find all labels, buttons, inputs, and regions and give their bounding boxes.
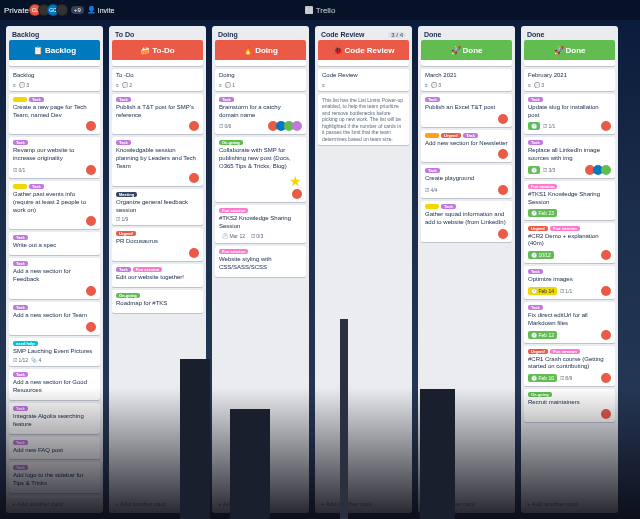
card[interactable]: Urgent!Fun session#CR1 Crash course (Get… <box>524 346 615 387</box>
member-avatar[interactable] <box>292 189 302 199</box>
label[interactable]: Task <box>116 267 131 272</box>
card[interactable]: TaskAdd new FAQ post <box>9 437 100 460</box>
label[interactable]: Task <box>13 305 28 310</box>
add-card-button[interactable]: + Add another card <box>524 498 615 510</box>
card-members[interactable] <box>191 173 199 183</box>
member-avatar[interactable] <box>498 114 508 124</box>
member-avatar[interactable] <box>86 216 96 226</box>
card[interactable]: TaskReplace all LinkedIn image sources w… <box>524 137 615 178</box>
card[interactable]: TaskAdd a new section for Team <box>9 302 100 335</box>
card[interactable]: TaskAdd a new section for Good Resources <box>9 369 100 400</box>
card[interactable]: TaskAdd logo to the sidebar for Tips & T… <box>9 462 100 493</box>
label[interactable]: On-going <box>219 140 243 145</box>
card-members[interactable] <box>603 121 611 131</box>
add-card-button[interactable]: + Add another card <box>421 498 512 510</box>
card[interactable]: On-goingRoadmap for #TKS <box>112 290 203 313</box>
card-members[interactable] <box>88 286 96 296</box>
list-header[interactable]: Backlog <box>9 29 100 40</box>
add-card-button[interactable]: + Add another card <box>318 498 409 510</box>
label[interactable]: Task <box>13 261 28 266</box>
add-card-button[interactable]: + Add another card <box>112 498 203 510</box>
card-members[interactable] <box>294 189 302 199</box>
member-avatars[interactable]: CL GC <box>32 4 68 16</box>
member-avatar[interactable] <box>498 229 508 239</box>
card[interactable]: Code Review≡ <box>318 69 409 91</box>
label[interactable]: Task <box>13 235 28 240</box>
list-cover-card[interactable]: 🍰To-Do <box>112 40 203 66</box>
card-members[interactable] <box>603 373 611 383</box>
card[interactable]: TaskWrite out a spec <box>9 232 100 255</box>
card[interactable]: need helpSMP Lauching Event Pictures☑ 1/… <box>9 338 100 367</box>
label[interactable]: Fun session <box>219 208 248 213</box>
card-members[interactable] <box>270 121 302 131</box>
label[interactable]: Task <box>463 133 478 138</box>
member-avatar[interactable] <box>189 248 199 258</box>
card[interactable]: TaskBrainstorm for a catchy domain name☑… <box>215 94 306 135</box>
board-canvas[interactable]: Backlog📋BacklogBacklog≡💬 3TaskCreate a n… <box>0 20 640 519</box>
card[interactable]: TaskCreate a new page for Tech Team, nam… <box>9 94 100 135</box>
list-header[interactable]: Done <box>421 29 512 40</box>
label[interactable] <box>425 204 439 209</box>
card[interactable]: TaskPublish a T&T post for SMP's referen… <box>112 94 203 135</box>
list-cover-card[interactable]: 🔥Doing <box>215 40 306 66</box>
card[interactable]: February 2021≡💬 3 <box>524 69 615 91</box>
label[interactable]: Urgent! <box>528 226 548 231</box>
card[interactable]: TaskKnowledgable session planning by Lea… <box>112 137 203 185</box>
member-avatar[interactable] <box>498 149 508 159</box>
member-avatar[interactable] <box>189 173 199 183</box>
card[interactable]: TaskGather squad information and add to … <box>421 201 512 242</box>
label[interactable]: Fun session <box>550 349 579 354</box>
label[interactable]: Task <box>29 184 44 189</box>
label[interactable]: Task <box>13 140 28 145</box>
list-cover-card[interactable]: 🚀Done <box>421 40 512 66</box>
card-members[interactable] <box>191 121 199 131</box>
card-members[interactable] <box>191 248 199 258</box>
label[interactable]: Task <box>13 440 28 445</box>
member-avatar[interactable] <box>601 286 611 296</box>
member-avatar[interactable] <box>189 121 199 131</box>
label[interactable]: Task <box>528 269 543 274</box>
card-members[interactable] <box>587 165 611 175</box>
member-avatar[interactable] <box>86 322 96 332</box>
list-header[interactable]: To Do <box>112 29 203 40</box>
card[interactable]: TaskRevamp our website to increase origi… <box>9 137 100 178</box>
card[interactable]: TaskFun sessionEdit our website together… <box>112 264 203 287</box>
label[interactable]: Task <box>13 372 28 377</box>
label[interactable]: On-going <box>528 392 552 397</box>
label[interactable]: Task <box>528 140 543 145</box>
card[interactable]: TaskOptimize images🕐 Feb 14☑ 1/1 <box>524 266 615 299</box>
card[interactable]: Urgent!PR Docusaurus <box>112 228 203 261</box>
list-header[interactable]: Doing <box>215 29 306 40</box>
card[interactable]: This list has the List Limits Power-up e… <box>318 94 409 146</box>
card[interactable]: Fun session#TKS1 Knowledge Sharing Sessi… <box>524 181 615 220</box>
label[interactable]: Urgent! <box>441 133 461 138</box>
card[interactable]: Urgent!Fun session#CR2 Demo + explanatio… <box>524 223 615 264</box>
card-members[interactable] <box>500 185 508 195</box>
list-cover-card[interactable]: 🚀Done <box>524 40 615 66</box>
member-avatar[interactable] <box>601 373 611 383</box>
member-avatar[interactable] <box>86 286 96 296</box>
member-avatar[interactable] <box>601 409 611 419</box>
card[interactable]: Urgent!TaskAdd new section for Newslette… <box>421 130 512 163</box>
add-card-button[interactable]: + Add another card <box>215 498 306 510</box>
card-members[interactable] <box>500 229 508 239</box>
label[interactable]: Task <box>13 465 28 470</box>
list-cover-card[interactable]: 🐞Code Review <box>318 40 409 66</box>
card[interactable]: Fun sessionWebsite styling with CSS/SASS… <box>215 246 306 277</box>
card[interactable]: March 2021≡💬 3 <box>421 69 512 91</box>
label[interactable]: Fun session <box>219 249 248 254</box>
member-avatar[interactable] <box>601 121 611 131</box>
label[interactable] <box>425 133 439 138</box>
card[interactable]: Doing≡💬 1 <box>215 69 306 91</box>
card[interactable]: Backlog≡💬 3 <box>9 69 100 91</box>
list-cover-card[interactable]: 📋Backlog <box>9 40 100 66</box>
card-members[interactable] <box>603 286 611 296</box>
card[interactable]: TaskFix direct editUrl for all Markdown … <box>524 302 615 343</box>
card-members[interactable] <box>500 114 508 124</box>
label[interactable] <box>13 184 27 189</box>
label[interactable]: Task <box>425 168 440 173</box>
member-avatar[interactable] <box>292 121 302 131</box>
member-avatar[interactable] <box>86 165 96 175</box>
label[interactable]: Task <box>441 204 456 209</box>
label[interactable]: Task <box>116 140 131 145</box>
